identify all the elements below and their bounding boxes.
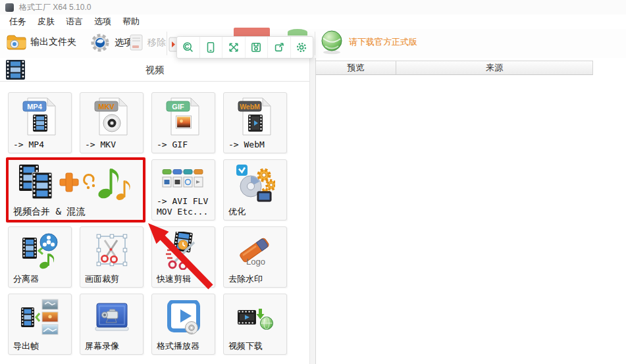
video-merge-mux-icon — [9, 161, 143, 204]
toolbar-divider-right — [315, 32, 315, 55]
grid-item-label: -> WebM — [228, 140, 265, 150]
grid-item-label: 快速剪辑 — [157, 274, 191, 284]
settings-button[interactable] — [291, 37, 313, 58]
grid-item-label: 画面裁剪 — [85, 274, 119, 284]
stop-button-partial[interactable] — [234, 28, 270, 36]
video-download-icon — [224, 296, 286, 340]
video-tools-grid: MP4 -> MP4 MKV — [8, 92, 304, 355]
grid-item-export-frames[interactable]: 导出帧 — [8, 294, 72, 355]
grid-item-format-player[interactable]: 格式播放器 — [151, 294, 215, 355]
grid-item-webm[interactable]: WebM -> WebM — [223, 92, 287, 153]
remove-button[interactable]: 移除 — [129, 34, 166, 51]
fullscreen-button[interactable] — [222, 37, 246, 58]
grid-item-label: 格式播放器 — [157, 341, 199, 351]
grid-item-splitter[interactable]: 分离器 — [8, 226, 72, 288]
quick-clip-icon — [152, 228, 215, 273]
save-icon — [250, 41, 262, 53]
svg-text:WebM: WebM — [240, 103, 260, 111]
mkv-file-icon: MKV — [80, 94, 143, 139]
menu-bar: 任务 皮肤 语言 选项 帮助 — [0, 14, 626, 29]
grid-item-label: 优化 — [228, 207, 246, 217]
grid-item-mp4[interactable]: MP4 -> MP4 — [8, 92, 72, 153]
grid-item-quick-clip[interactable]: 快速剪辑 — [151, 226, 215, 288]
download-globe-icon — [320, 30, 344, 55]
column-header-preview[interactable]: 预览 — [316, 61, 396, 74]
remove-doc-icon — [129, 34, 143, 51]
grid-item-label: 视频下载 — [228, 341, 263, 351]
output-folder-button[interactable]: 输出文件夹 — [7, 34, 76, 50]
grid-item-crop[interactable]: 画面裁剪 — [80, 226, 143, 288]
task-list-panel: 预览 来源 — [315, 58, 626, 364]
remove-label: 移除 — [147, 37, 166, 49]
grid-item-screen-record[interactable]: 屏幕录像 — [80, 294, 143, 355]
trial-notice[interactable]: 请下载官方正式版 — [320, 30, 417, 55]
grid-item-label: -> AVI FLV MOV Etc... — [157, 196, 208, 218]
screen-record-icon — [80, 296, 143, 340]
gif-file-icon: GIF — [152, 94, 215, 139]
mp4-file-icon: MP4 — [9, 94, 71, 139]
export-button[interactable] — [268, 37, 291, 58]
preview-search-button[interactable] — [177, 37, 200, 58]
start-button-partial[interactable] — [288, 29, 307, 36]
svg-text:Logo: Logo — [246, 257, 265, 267]
save-button[interactable] — [246, 37, 269, 58]
optimize-icon — [224, 161, 286, 206]
grid-item-video-merge-mux[interactable]: 视频合并 & 混流 — [6, 157, 145, 222]
multi-format-icon — [152, 161, 215, 196]
search-icon — [182, 41, 194, 53]
menu-item-skin[interactable]: 皮肤 — [38, 16, 55, 28]
grid-item-remove-watermark[interactable]: Logo 去除水印 — [223, 226, 287, 288]
export-frames-icon — [9, 296, 71, 340]
section-title: 视频 — [0, 65, 309, 76]
grid-item-label: 屏幕录像 — [85, 341, 119, 351]
app-logo-icon — [5, 3, 14, 12]
video-section-header: 视频 — [0, 58, 309, 82]
settings-icon — [296, 41, 307, 53]
menu-item-language[interactable]: 语言 — [66, 16, 83, 28]
device-button[interactable] — [200, 37, 223, 58]
export-icon — [273, 41, 285, 53]
splitter-icon — [9, 228, 71, 273]
folder-icon — [7, 34, 26, 50]
grid-item-mkv[interactable]: MKV -> MKV — [80, 92, 143, 153]
grid-item-gif[interactable]: GIF -> GIF — [151, 92, 215, 153]
webm-file-icon: WebM — [224, 94, 286, 139]
floating-toolbar — [176, 36, 313, 59]
trial-notice-text: 请下载官方正式版 — [349, 36, 417, 48]
eraser-icon: Logo — [224, 228, 286, 273]
grid-item-video-download[interactable]: 视频下载 — [223, 294, 287, 355]
grid-item-label: -> MKV — [85, 140, 116, 150]
toolbar-divider — [167, 32, 167, 55]
svg-text:MKV: MKV — [98, 103, 115, 111]
grid-item-optimize[interactable]: 优化 — [223, 159, 287, 221]
app-window: 格式工厂 X64 5.10.0 任务 皮肤 语言 选项 帮助 输出文件夹 — [0, 0, 626, 364]
svg-text:GIF: GIF — [172, 103, 184, 111]
options-gear-icon — [90, 32, 111, 53]
grid-item-label: 导出帧 — [13, 341, 39, 351]
grid-item-avi-flv-mov[interactable]: -> AVI FLV MOV Etc... — [151, 159, 215, 221]
grid-item-label: 分离器 — [13, 274, 39, 284]
crop-icon — [80, 228, 143, 273]
fullscreen-icon — [228, 41, 240, 53]
mobile-device-icon — [205, 41, 217, 53]
menu-item-help[interactable]: 帮助 — [122, 16, 140, 28]
menu-item-task[interactable]: 任务 — [9, 16, 26, 28]
window-title: 格式工厂 X64 5.10.0 — [19, 2, 91, 13]
grid-item-label: 去除水印 — [228, 274, 263, 284]
options-button[interactable]: 选项 — [90, 32, 133, 53]
grid-item-label: 视频合并 & 混流 — [13, 206, 85, 218]
grid-item-label: -> GIF — [157, 140, 188, 150]
output-folder-label: 输出文件夹 — [30, 36, 76, 48]
column-header-source[interactable]: 来源 — [396, 61, 592, 74]
title-bar: 格式工厂 X64 5.10.0 — [0, 0, 626, 14]
task-table-header: 预览 来源 — [316, 61, 593, 75]
grid-item-label: -> MP4 — [13, 140, 44, 150]
menu-item-options[interactable]: 选项 — [94, 16, 111, 28]
format-player-icon — [152, 296, 215, 340]
svg-text:MP4: MP4 — [27, 103, 43, 111]
